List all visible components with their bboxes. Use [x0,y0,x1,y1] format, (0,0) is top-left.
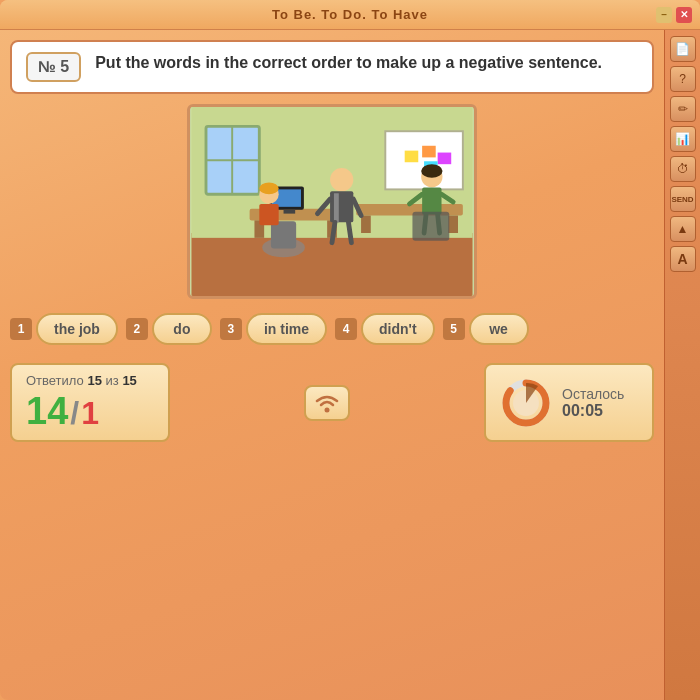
scene-image [187,104,477,299]
timer-label: Осталось [562,386,624,402]
tile-num-1: 1 [10,318,32,340]
sidebar-send-button[interactable]: SEND [670,186,696,212]
word-tiles-area: 1 the job 2 do 3 in time 4 didn't 5 we [10,309,654,349]
title-bar-controls: – ✕ [656,7,692,23]
stats-wrong: 1 [81,395,99,432]
sidebar-chart-icon[interactable]: 📊 [670,126,696,152]
app-title: To Be. To Do. To Have [272,7,428,22]
broadcast-button[interactable] [304,385,350,421]
tile-num-4: 4 [335,318,357,340]
close-button[interactable]: ✕ [676,7,692,23]
svg-rect-24 [330,191,353,222]
svg-point-31 [421,164,442,178]
svg-point-41 [325,407,330,412]
timer-donut-chart [500,377,552,429]
timer-value: 00:05 [562,402,624,420]
word-tile-3[interactable]: in time [246,313,327,345]
svg-rect-17 [448,216,458,233]
stats-correct: 14 [26,392,68,430]
svg-rect-32 [422,187,441,214]
word-group-3: 3 in time [220,313,327,345]
svg-line-28 [332,222,335,242]
stats-box: Ответило 15 из 15 14 / 1 [10,363,170,442]
tile-num-5: 5 [443,318,465,340]
sidebar-edit-icon[interactable]: ✏ [670,96,696,122]
bottom-area: Ответило 15 из 15 14 / 1 [10,363,654,442]
svg-rect-25 [334,193,339,222]
sidebar-help-icon[interactable]: ? [670,66,696,92]
word-tile-4[interactable]: didn't [361,313,435,345]
timer-area: Осталось 00:05 [484,363,654,442]
question-number: № 5 [26,52,81,82]
sidebar-up-icon[interactable]: ▲ [670,216,696,242]
timer-text: Осталось 00:05 [562,386,624,420]
word-group-2: 2 do [126,313,212,345]
word-tile-2[interactable]: do [152,313,212,345]
svg-rect-10 [438,153,452,165]
svg-rect-37 [412,212,449,241]
svg-rect-9 [422,146,436,158]
image-area [10,104,654,299]
tile-num-3: 3 [220,318,242,340]
question-text: Put the words in the correct order to ma… [95,52,602,74]
stats-answered-text: Ответило 15 из 15 [26,373,154,388]
stats-score: 14 / 1 [26,392,154,432]
title-bar: To Be. To Do. To Have – ✕ [0,0,700,30]
question-header: № 5 Put the words in the correct order t… [10,40,654,94]
minimize-button[interactable]: – [656,7,672,23]
svg-line-29 [348,222,351,242]
sidebar-font-icon[interactable]: A [670,246,696,272]
word-group-1: 1 the job [10,313,118,345]
svg-rect-22 [271,221,296,248]
word-group-4: 4 didn't [335,313,435,345]
svg-rect-8 [405,151,419,163]
broadcast-area [182,363,472,442]
word-tile-1[interactable]: the job [36,313,118,345]
sidebar-clock-icon[interactable]: ⏱ [670,156,696,182]
svg-rect-40 [259,204,278,225]
main-content: № 5 Put the words in the correct order t… [0,30,700,700]
app-window: To Be. To Do. To Have – ✕ 📄 ? ✏ 📊 ⏱ SEND… [0,0,700,700]
svg-point-39 [259,183,278,195]
sidebar-page-icon[interactable]: 📄 [670,36,696,62]
tile-num-2: 2 [126,318,148,340]
right-sidebar: 📄 ? ✏ 📊 ⏱ SEND ▲ A [664,30,700,700]
word-group-5: 5 we [443,313,529,345]
svg-rect-20 [284,210,296,214]
stats-slash: / [70,395,79,432]
svg-point-23 [330,168,353,191]
word-tile-5[interactable]: we [469,313,529,345]
svg-rect-16 [361,216,371,233]
